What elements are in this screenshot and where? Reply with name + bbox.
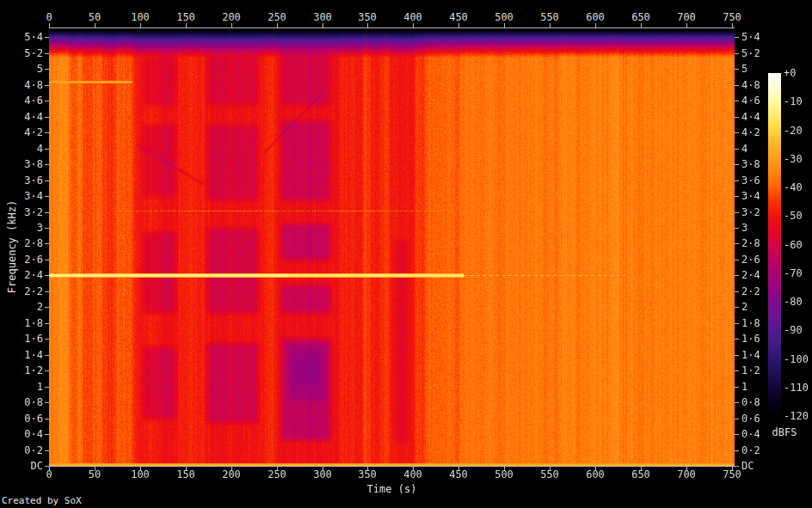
y-axis-tick	[45, 450, 49, 451]
y-axis-tick-label: 1·2	[741, 365, 771, 376]
x-axis-tick-label: 100	[123, 469, 157, 480]
y-axis-tick	[735, 85, 739, 86]
y-axis-tick-label: 2·6	[15, 254, 43, 265]
x-axis-tick-label: 250	[260, 12, 294, 22]
x-axis-tick	[49, 23, 50, 28]
x-axis-tick	[140, 23, 141, 28]
y-axis-tick-label: 2·4	[15, 270, 43, 280]
colorbar-tick-label: -10	[784, 96, 803, 107]
y-axis-tick-label: 4·4	[15, 112, 43, 122]
spectrogram-container: 0501001502002503003504004505005506006507…	[0, 0, 812, 508]
axis-line-top	[49, 28, 735, 28]
y-axis-tick-label: 2	[741, 302, 771, 312]
colorbar-tick-label: -80	[784, 297, 803, 307]
y-axis-tick-label: 0·4	[15, 429, 43, 439]
x-axis-tick-label: 400	[396, 12, 430, 22]
y-axis-tick	[735, 117, 739, 118]
y-axis-tick-label: 5	[15, 64, 43, 74]
y-axis-tick-label: 2·2	[15, 286, 43, 297]
y-axis-tick	[45, 355, 49, 356]
x-axis-tick-label: 300	[305, 12, 340, 22]
y-axis-tick	[45, 37, 49, 38]
y-axis-tick	[45, 117, 49, 118]
y-axis-tick	[45, 132, 49, 133]
y-axis-tick-label: 3·6	[741, 175, 771, 186]
y-axis-tick-label: 4	[15, 144, 43, 154]
x-axis-tick-label: 600	[578, 12, 612, 22]
y-axis-tick-label: 4·8	[741, 80, 771, 90]
y-axis-tick-label: 3	[741, 223, 771, 233]
y-axis-tick	[735, 434, 739, 435]
y-axis-tick	[735, 419, 739, 419]
x-axis-tick-label: 200	[214, 469, 249, 480]
y-axis-tick	[45, 466, 49, 467]
y-axis-tick-label: 3·2	[741, 207, 771, 217]
x-axis-tick-label: 650	[624, 469, 658, 480]
y-axis-tick	[45, 101, 49, 101]
x-axis-tick	[686, 23, 687, 28]
x-axis-tick	[231, 23, 232, 28]
x-axis-tick-label: 550	[532, 469, 567, 480]
y-axis-tick-label: DC	[741, 461, 771, 471]
x-axis-tick	[641, 23, 642, 28]
y-axis-tick-label: 0·2	[15, 445, 43, 456]
y-axis-tick	[735, 355, 739, 356]
x-axis-tick-label: 650	[624, 12, 658, 22]
x-axis-tick-label: 400	[396, 469, 430, 480]
y-axis-tick	[735, 164, 739, 165]
y-axis-tick-label: 5·2	[741, 48, 771, 58]
sox-credit: Created by SoX	[2, 495, 82, 506]
y-axis-tick	[45, 307, 49, 308]
x-axis-tick-label: 200	[214, 12, 249, 22]
x-axis-tick-label: 300	[305, 469, 340, 480]
y-axis-tick-label: 1·4	[741, 350, 771, 360]
x-axis-tick-label: 250	[260, 469, 294, 480]
x-axis-tick	[277, 23, 278, 28]
y-axis-tick	[45, 181, 49, 181]
y-axis-tick-label: 0·6	[741, 413, 771, 424]
y-axis-tick	[45, 419, 49, 419]
y-axis-tick-label: 4·2	[741, 127, 771, 138]
y-axis-tick	[735, 132, 739, 133]
y-axis-tick	[735, 228, 739, 229]
colorbar-tick-label: +0	[784, 68, 796, 78]
y-axis-tick-label: 2·6	[741, 254, 771, 265]
x-axis-tick	[186, 23, 187, 28]
x-axis-tick-label: 350	[350, 12, 384, 22]
y-axis-tick-label: 4·2	[15, 127, 43, 138]
y-axis-tick	[735, 69, 739, 70]
x-axis-tick-label: 450	[441, 469, 476, 480]
y-axis-tick	[735, 339, 739, 340]
y-axis-tick-label: 3·2	[15, 207, 43, 217]
y-axis-tick-label: 2·8	[741, 238, 771, 248]
y-axis-tick-label: 1·4	[15, 350, 43, 360]
x-axis-tick-label: 500	[487, 12, 521, 22]
y-axis-tick	[735, 101, 739, 101]
x-axis-tick	[458, 23, 459, 28]
y-axis-tick	[45, 387, 49, 388]
x-axis-tick	[504, 23, 505, 28]
y-axis-tick	[735, 291, 739, 292]
y-axis-tick	[45, 243, 49, 244]
y-axis-tick	[45, 212, 49, 213]
y-axis-tick	[45, 370, 49, 371]
y-axis-tick-label: 5	[741, 64, 771, 74]
y-axis-tick	[735, 149, 739, 150]
colorbar-tick-label: -60	[784, 240, 803, 250]
axis-line-bottom	[49, 466, 735, 467]
colorbar-tick-label: -40	[784, 182, 803, 193]
y-axis-tick	[735, 387, 739, 388]
x-axis-tick	[323, 23, 323, 28]
y-axis-tick	[735, 450, 739, 451]
y-axis-tick-label: 3·8	[15, 159, 43, 169]
y-axis-tick	[735, 53, 739, 54]
x-axis-tick-label: 600	[578, 469, 612, 480]
x-axis-tick-label: 150	[169, 469, 203, 480]
y-axis-tick-label: 3·8	[741, 159, 771, 169]
x-axis-tick	[732, 23, 733, 28]
y-axis-tick	[735, 212, 739, 213]
y-axis-tick-label: 1·8	[15, 318, 43, 328]
y-axis-tick-label: 0·8	[741, 397, 771, 407]
y-axis-tick	[45, 85, 49, 86]
y-axis-tick	[45, 53, 49, 54]
